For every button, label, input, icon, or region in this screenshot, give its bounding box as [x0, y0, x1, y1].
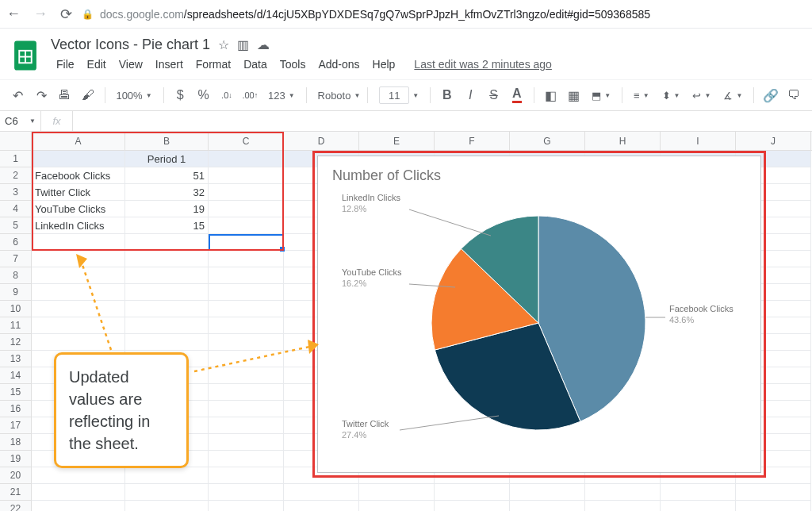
- row-header[interactable]: 13: [0, 351, 31, 367]
- undo-icon[interactable]: ↶: [8, 84, 28, 106]
- redo-icon[interactable]: ↷: [31, 84, 51, 106]
- percent-button[interactable]: %: [193, 84, 213, 106]
- cell[interactable]: [32, 484, 125, 501]
- print-icon[interactable]: 🖶: [55, 84, 75, 106]
- col-header[interactable]: G: [510, 132, 585, 150]
- row-header[interactable]: 21: [0, 484, 31, 501]
- cell[interactable]: [125, 234, 209, 251]
- comment-button[interactable]: 🗨: [784, 84, 804, 106]
- fill-color-button[interactable]: ◧: [540, 84, 560, 106]
- cell[interactable]: [209, 284, 284, 301]
- doc-title[interactable]: Vector Icons - Pie chart 1: [51, 36, 210, 53]
- h-align-dropdown[interactable]: ≡▼: [629, 90, 654, 102]
- cell[interactable]: Facebook Clicks: [32, 167, 125, 184]
- row-header[interactable]: 18: [0, 434, 31, 451]
- cell[interactable]: [125, 251, 209, 267]
- cell[interactable]: [209, 151, 284, 167]
- cell[interactable]: [32, 151, 125, 167]
- cell[interactable]: [585, 484, 661, 501]
- cell[interactable]: LinkedIn Clicks: [32, 217, 125, 234]
- menu-insert[interactable]: Insert: [150, 55, 189, 74]
- cell[interactable]: [32, 467, 125, 484]
- cell[interactable]: [209, 167, 284, 184]
- cell[interactable]: [32, 234, 125, 251]
- row-header[interactable]: 19: [0, 451, 31, 467]
- cell[interactable]: [125, 501, 209, 511]
- row-header[interactable]: 3: [0, 184, 31, 201]
- menu-data[interactable]: Data: [238, 55, 273, 74]
- font-family-dropdown[interactable]: Roboto▼: [313, 90, 362, 102]
- select-all-corner[interactable]: [0, 132, 32, 151]
- row-header[interactable]: 10: [0, 301, 31, 317]
- url-bar[interactable]: 🔒 docs.google.com/spreadsheets/d/14cjU5X…: [82, 8, 806, 21]
- col-header[interactable]: A: [32, 132, 125, 150]
- bold-button[interactable]: B: [437, 84, 457, 106]
- cell[interactable]: [209, 467, 284, 484]
- col-header[interactable]: C: [209, 132, 284, 150]
- cell[interactable]: [359, 484, 435, 501]
- cell[interactable]: [209, 251, 284, 267]
- cell[interactable]: [125, 484, 209, 501]
- cell[interactable]: [435, 484, 510, 501]
- forward-icon[interactable]: →: [33, 6, 48, 22]
- menu-file[interactable]: File: [51, 55, 80, 74]
- col-header[interactable]: E: [359, 132, 435, 150]
- rotate-dropdown[interactable]: ∡▼: [718, 90, 747, 102]
- row-header[interactable]: 15: [0, 384, 31, 401]
- cell[interactable]: [585, 501, 661, 511]
- cell[interactable]: [661, 501, 736, 511]
- menu-edit[interactable]: Edit: [82, 55, 112, 74]
- cell[interactable]: [736, 484, 811, 501]
- row-header[interactable]: 5: [0, 217, 31, 234]
- formula-input[interactable]: [73, 111, 812, 131]
- row-header[interactable]: 20: [0, 467, 31, 484]
- menu-format[interactable]: Format: [190, 55, 236, 74]
- last-edit-link[interactable]: Last edit was 2 minutes ago: [408, 55, 557, 74]
- number-format-dropdown[interactable]: 123▼: [263, 90, 300, 102]
- cell[interactable]: [125, 467, 209, 484]
- cell[interactable]: [125, 317, 209, 334]
- cell[interactable]: [209, 234, 284, 251]
- row-header[interactable]: 22: [0, 501, 31, 511]
- cell[interactable]: [209, 401, 284, 417]
- back-icon[interactable]: ←: [6, 6, 21, 22]
- sheets-logo[interactable]: [10, 35, 41, 76]
- cell[interactable]: [209, 417, 284, 434]
- col-header[interactable]: F: [435, 132, 510, 150]
- cell[interactable]: [209, 217, 284, 234]
- zoom-dropdown[interactable]: 100%▼: [111, 90, 156, 102]
- cell[interactable]: [125, 267, 209, 284]
- row-header[interactable]: 12: [0, 334, 31, 351]
- star-icon[interactable]: ☆: [218, 37, 229, 52]
- row-header[interactable]: 17: [0, 417, 31, 434]
- row-header[interactable]: 2: [0, 167, 31, 184]
- col-header[interactable]: I: [661, 132, 736, 150]
- paint-format-icon[interactable]: 🖌: [78, 84, 98, 106]
- cell[interactable]: 15: [125, 217, 209, 234]
- wrap-dropdown[interactable]: ↩▼: [688, 90, 715, 102]
- cell[interactable]: [125, 284, 209, 301]
- cloud-icon[interactable]: ☁: [257, 37, 270, 52]
- cell[interactable]: [209, 301, 284, 317]
- name-box[interactable]: C6▼: [0, 111, 41, 131]
- menu-addons[interactable]: Add-ons: [312, 55, 365, 74]
- link-button[interactable]: 🔗: [760, 84, 780, 106]
- cell[interactable]: [209, 267, 284, 284]
- row-header[interactable]: 1: [0, 151, 31, 167]
- row-header[interactable]: 8: [0, 267, 31, 284]
- cell[interactable]: [435, 501, 510, 511]
- row-header[interactable]: 4: [0, 201, 31, 217]
- decrease-decimal-button[interactable]: .0↓: [216, 84, 236, 106]
- cell[interactable]: Twitter Click: [32, 184, 125, 201]
- cell[interactable]: [209, 201, 284, 217]
- cell[interactable]: [209, 317, 284, 334]
- cell[interactable]: 32: [125, 184, 209, 201]
- row-header[interactable]: 9: [0, 284, 31, 301]
- col-header[interactable]: D: [284, 132, 359, 150]
- cell[interactable]: 51: [125, 167, 209, 184]
- cell[interactable]: [32, 501, 125, 511]
- cell[interactable]: [209, 434, 284, 451]
- cell[interactable]: [736, 501, 811, 511]
- row-header[interactable]: 6: [0, 234, 31, 251]
- cell[interactable]: [284, 501, 359, 511]
